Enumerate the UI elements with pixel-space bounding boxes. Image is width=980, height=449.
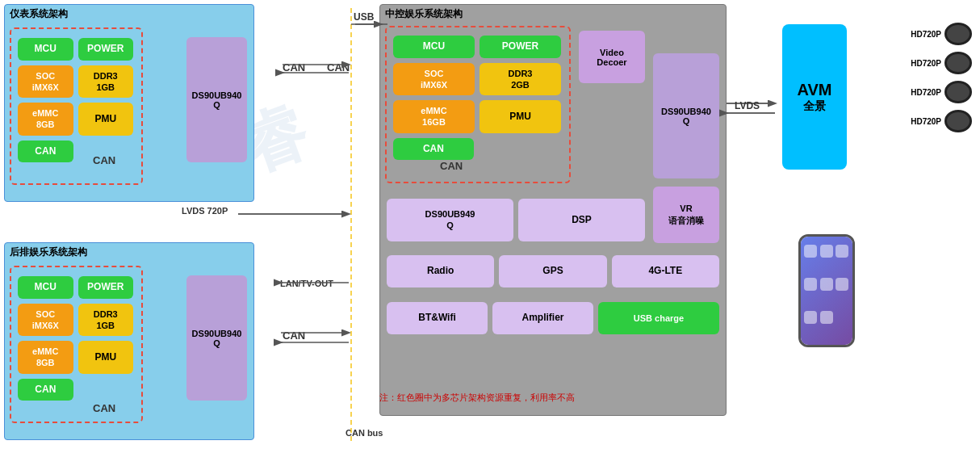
- note: 注：红色圈中为多芯片架构资源重复，利用率不高: [379, 392, 575, 404]
- camera-label-4: HD720P: [911, 117, 941, 126]
- video-decoder: VideoDecoer: [579, 31, 645, 83]
- avm-subtitle: 全景: [803, 99, 826, 114]
- left-can-row: CAN: [13, 141, 138, 168]
- chip-ddr3-bl: DDR31GB: [78, 304, 134, 337]
- center-row2: DS90UB949Q DSP: [387, 199, 645, 241]
- cameras-container: HD720P HD720P HD720P HD720P: [911, 23, 972, 139]
- app-icon-7: [804, 311, 817, 324]
- svg-text:LAN/TV-OUT: LAN/TV-OUT: [280, 279, 333, 288]
- vr-box: VR语音消噪: [653, 187, 719, 243]
- chip-mcu-center: MCU: [393, 36, 475, 58]
- app-icon-5: [820, 278, 833, 291]
- chip-radio: Radio: [387, 255, 494, 287]
- ds90-left: DS90UB940Q: [186, 37, 247, 162]
- chip-pmu-left: PMU: [78, 103, 134, 136]
- camera-label-3: HD720P: [911, 88, 941, 97]
- panel-left-title: 仪表系统架构: [5, 5, 253, 23]
- center-row3: Radio GPS 4G-LTE: [387, 255, 719, 287]
- bottom-left-can-row: CAN: [13, 379, 138, 406]
- ds90-bl: DS90UB940Q: [186, 275, 247, 401]
- chip-power-center: POWER: [480, 36, 561, 58]
- chip-pmu-center: PMU: [480, 100, 561, 133]
- app-icon-2: [820, 245, 833, 258]
- app-icon-4: [804, 278, 817, 291]
- camera-label-1: HD720P: [911, 30, 941, 39]
- chip-ddr3-left: DDR31GB: [78, 65, 134, 99]
- phone-screen: [801, 237, 852, 345]
- camera-label-2: HD720P: [911, 59, 941, 68]
- chip-btwifi: BT&Wifi: [387, 302, 488, 334]
- chip-soc-left: SOCiMX6X: [18, 65, 73, 99]
- chip-can-bl: CAN: [18, 379, 73, 401]
- camera-row-4: HD720P: [911, 110, 972, 132]
- camera-icon-4: [944, 110, 972, 132]
- chip-emmc-center: eMMC16GB: [393, 100, 475, 133]
- svg-text:LVDS: LVDS: [735, 100, 760, 111]
- chip-gps: GPS: [499, 255, 606, 287]
- chip-dsp: DSP: [518, 199, 645, 241]
- svg-text:USB: USB: [354, 11, 375, 23]
- svg-text:CAN: CAN: [283, 61, 305, 73]
- app-icon-3: [836, 245, 848, 258]
- bottom-left-chip-grid: MCU POWER SOCiMX6X DDR31GB eMMC8GB PMU: [13, 271, 138, 379]
- diagram: 睿 仪表系统架构 MCU POWER SOCiMX6X DDR31GB eMMC…: [0, 0, 980, 449]
- chip-mcu-left: MCU: [18, 38, 73, 61]
- camera-row-1: HD720P: [911, 23, 972, 45]
- left-chip-grid: MCU POWER SOCiMX6X DDR31GB eMMC8GB PMU: [13, 33, 138, 141]
- chip-ddr3-center: DDR32GB: [480, 63, 561, 96]
- svg-text:CAN: CAN: [327, 61, 350, 73]
- panel-left: 仪表系统架构 MCU POWER SOCiMX6X DDR31GB eMMC8G…: [4, 4, 254, 202]
- ds90-center: DS90UB940Q: [653, 53, 719, 178]
- app-icon-8: [820, 311, 833, 324]
- chip-emmc-left: eMMC8GB: [18, 103, 73, 136]
- chip-pmu-bl: PMU: [78, 341, 134, 374]
- can-bus-label: CAN bus: [346, 428, 383, 438]
- lvds-720p-label: LVDS 720P: [182, 206, 228, 216]
- svg-text:CAN: CAN: [283, 329, 305, 342]
- chip-mcu-bl: MCU: [18, 276, 73, 299]
- avm-title: AVM: [798, 81, 832, 99]
- chip-can-left: CAN: [18, 141, 73, 163]
- panel-avm: AVM 全景: [782, 24, 847, 170]
- chip-usb-charge: USB charge: [598, 302, 719, 334]
- center-can-row: CAN: [388, 138, 566, 166]
- camera-icon-3: [944, 81, 972, 103]
- camera-icon-2: [944, 52, 972, 74]
- chip-can-center: CAN: [393, 138, 474, 161]
- camera-row-2: HD720P: [911, 52, 972, 74]
- camera-icon-1: [944, 23, 972, 45]
- bottom-left-chip-area: MCU POWER SOCiMX6X DDR31GB eMMC8GB PMU C…: [13, 271, 138, 405]
- left-chip-area: MCU POWER SOCiMX6X DDR31GB eMMC8GB PMU C…: [13, 33, 138, 167]
- chip-power-left: POWER: [78, 38, 134, 61]
- phone: [798, 234, 855, 347]
- chip-emmc-bl: eMMC8GB: [18, 341, 73, 374]
- chip-soc-center: SOCiMX6X: [393, 63, 475, 96]
- panel-center: 中控娱乐系统架构 MCU POWER SOCiMX6X DDR32GB eMMC…: [379, 4, 727, 416]
- panel-center-title: 中控娱乐系统架构: [380, 5, 726, 23]
- chip-amplifier: Amplifier: [492, 302, 593, 334]
- panel-bottom-left-title: 后排娱乐系统架构: [5, 243, 253, 262]
- center-chip-area: MCU POWER SOCiMX6X DDR32GB eMMC16GB PMU …: [388, 31, 566, 165]
- chip-ds90ub949: DS90UB949Q: [387, 199, 513, 241]
- camera-row-3: HD720P: [911, 81, 972, 103]
- center-row4: BT&Wifi Amplifier USB charge: [387, 302, 719, 334]
- chip-power-bl: POWER: [78, 276, 134, 299]
- chip-4glte: 4G-LTE: [612, 255, 719, 287]
- center-chip-grid: MCU POWER SOCiMX6X DDR32GB eMMC16GB PMU: [388, 31, 566, 138]
- panel-bottom-left: 后排娱乐系统架构 MCU POWER SOCiMX6X DDR31GB eMMC…: [4, 242, 254, 440]
- app-icon-6: [836, 278, 848, 291]
- chip-soc-bl: SOCiMX6X: [18, 304, 73, 337]
- app-icon-1: [804, 245, 817, 258]
